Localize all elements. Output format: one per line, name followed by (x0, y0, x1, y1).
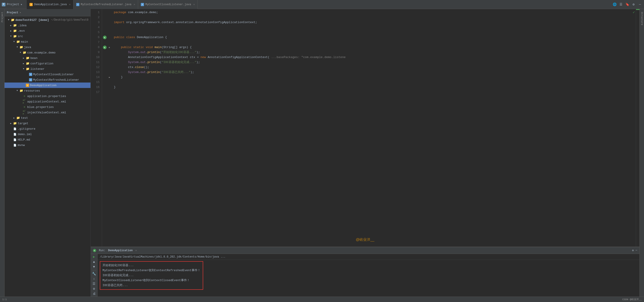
root-label: demoTest0127 [demo] (16, 18, 49, 22)
tree-item[interactable]: ▶📁.idea (4, 23, 90, 28)
run-play-icon[interactable]: ▶ (92, 255, 96, 259)
run-button[interactable]: ▶ (103, 46, 106, 49)
tab-label-0: DemoApplication.java (34, 3, 67, 6)
wrench-icon[interactable]: 🔧 (92, 272, 96, 276)
tree-label: com.example.demo (27, 51, 56, 54)
tab-0[interactable]: JDemoApplication.java✕ (27, 0, 74, 9)
editor-area: 1234567891011121314151617 ▶▶ ◆◆ package … (91, 9, 640, 296)
tree-item[interactable]: ▼📁listener (4, 66, 90, 72)
tree-label: resources (24, 89, 40, 92)
tree-item[interactable]: ≺/≻applicationContext.xml (4, 99, 90, 104)
tree-item[interactable]: 📄HELP.md (4, 137, 90, 142)
tree-label: java (24, 46, 31, 49)
console-line: MyContextClosedListener收到ContextClosedEv… (102, 278, 200, 283)
tree-item[interactable]: 📄demo.iml (4, 132, 90, 137)
run-tab-close[interactable]: ✕ (136, 249, 137, 252)
tree-arrow-empty (26, 78, 28, 81)
tree-item[interactable]: ▶📁test (4, 115, 90, 120)
line-number: 6 (91, 35, 100, 40)
tree-item[interactable]: 📄.gitignore (4, 126, 90, 132)
folder-icon: 📁 (26, 67, 30, 71)
scroll-to-end-icon[interactable]: ⇩ (92, 276, 96, 281)
project-dropdown-icon[interactable]: ▾ (21, 3, 22, 6)
status-text: 1:1 (2, 298, 7, 301)
tree-item[interactable]: ▶📁bean (4, 55, 90, 61)
bookmark-slot (108, 70, 111, 75)
code-line: System.out.println("开始初始化IOC容器..."); (114, 50, 636, 55)
java-blue-icon: J (29, 78, 32, 82)
line-number: 5 (91, 30, 100, 35)
tree-item[interactable]: ▼📁src (4, 34, 90, 39)
settings2-icon[interactable]: ⚙ (92, 286, 96, 291)
scroll-down-icon[interactable]: ▼ (92, 265, 96, 269)
bookmark-slot (108, 50, 111, 55)
tree-item[interactable]: ⚙blue.properties (4, 104, 90, 110)
code-line (114, 30, 636, 35)
tree-item[interactable]: ▼📁main (4, 39, 90, 44)
bookmark-slot (108, 90, 111, 95)
tree-arrow: ▼ (16, 46, 18, 48)
tree-arrow-empty (10, 144, 12, 146)
globe-icon[interactable]: 🌐 (612, 2, 617, 7)
scroll-up-icon[interactable]: ▲ (92, 260, 96, 264)
minus-icon[interactable]: ─ (638, 2, 642, 7)
run-gutter-empty (102, 80, 108, 85)
tree-item[interactable]: ▼📁java (4, 44, 90, 50)
tree-label: MyContextRefreshedListener (33, 78, 79, 82)
settings-icon[interactable]: ⚙ (631, 2, 636, 7)
bookmark-slot (108, 55, 111, 60)
bookmark-slot (108, 60, 111, 65)
run-gutter-empty (102, 15, 108, 20)
root-arrow: ▼ (7, 18, 10, 21)
status-bar: 1:1 CSDN @砖业洋__ (0, 296, 644, 302)
tree-item[interactable]: ▼📁resources (4, 88, 90, 94)
tree-item[interactable]: ▶📁.mvn (4, 28, 90, 34)
tree-item[interactable]: JDemoApplication (4, 82, 90, 88)
main-content: Project Project ▾ ▼ 📁 demoTest0127 [demo… (0, 9, 644, 296)
bookmark-slot: ◆ (108, 76, 110, 79)
tree-arrow: ▶ (10, 122, 12, 125)
xml-icon: ≺/≻ (23, 100, 26, 104)
tree-item[interactable]: 📄mvnw (4, 142, 90, 148)
tree-label: blue.properties (27, 106, 54, 109)
tree-label: HELP.md (18, 138, 30, 142)
vertical-left-tab[interactable]: Project (0, 9, 4, 296)
filter-icon[interactable]: ☰ (92, 282, 96, 286)
structure-sidebar[interactable]: Structure (640, 9, 644, 296)
tree-item[interactable]: ▶📁configuration (4, 61, 90, 66)
tree-item[interactable]: JMyContextRefreshedListener (4, 77, 90, 82)
xml-icon: ≺/≻ (23, 111, 26, 114)
print-icon[interactable]: 🖨 (92, 292, 96, 296)
settings-run-icon[interactable]: ⚙ (632, 249, 634, 252)
tree-arrow-empty (19, 106, 22, 108)
tab-1[interactable]: JMyContextRefreshedListener.java✕ (74, 0, 138, 9)
tree-root[interactable]: ▼ 📁 demoTest0127 [demo] ~/Desktop/git/de… (4, 17, 90, 23)
run-gutter: ▶▶ (102, 9, 108, 247)
bookmark-icon-toolbar[interactable]: 🔖 (625, 2, 630, 7)
close-panel-icon[interactable]: ─ (636, 249, 637, 252)
code-line: ctx.close(); (114, 65, 636, 70)
tree-arrow: ▼ (16, 89, 18, 92)
run-button[interactable]: ▶ (103, 36, 106, 39)
tree-label: mvnw (18, 144, 25, 147)
tree-item[interactable]: ≺/≻injectValueContext.xml (4, 110, 90, 115)
tab-close-1[interactable]: ✕ (134, 3, 135, 6)
tree-label: .gitignore (18, 127, 35, 130)
gutter-top-mark (636, 9, 640, 10)
code-line: } (114, 85, 636, 90)
tree-item[interactable]: ⚙application.properties (4, 94, 90, 99)
code-line: public static void main(String[] args) { (114, 45, 636, 50)
tree-item[interactable]: ▼📁com.example.demo (4, 50, 90, 55)
tab-2[interactable]: JMyContextClosedListener.java✕ (138, 0, 198, 9)
tab-close-2[interactable]: ✕ (194, 3, 195, 6)
tab-close-0[interactable]: ✕ (69, 3, 70, 6)
tree-label: .idea (18, 24, 26, 27)
properties-icon: ⚙ (23, 105, 26, 109)
run-gutter-empty (102, 75, 108, 80)
tree-label: .mvn (18, 29, 25, 33)
list-icon[interactable]: ☰ (618, 2, 623, 7)
tree-item[interactable]: JMyContextClosedListener (4, 72, 90, 77)
tab-icon-2: J (141, 3, 144, 6)
bookmark-slot (108, 40, 111, 45)
tree-item[interactable]: ▶📁target (4, 120, 90, 126)
